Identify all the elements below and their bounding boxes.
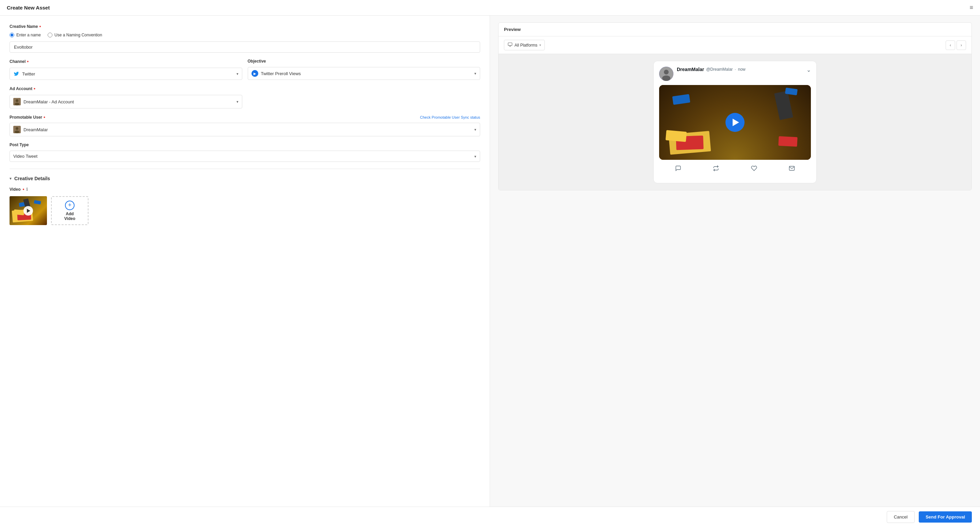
channel-chevron: ▾ xyxy=(237,72,239,76)
objective-label: Objective xyxy=(248,59,480,63)
tweet-time-separator: · xyxy=(735,67,736,72)
channel-col: Channel • Twitter ▾ xyxy=(10,59,242,80)
svg-point-2 xyxy=(14,103,19,105)
video-thumbnail[interactable] xyxy=(10,196,47,225)
nav-arrows: ‹ › xyxy=(946,40,966,50)
creative-name-input[interactable] xyxy=(10,41,480,53)
required-dot-ad: • xyxy=(34,86,35,92)
platform-icon xyxy=(508,42,512,48)
radio-naming-convention[interactable]: Use a Naming Convention xyxy=(48,33,102,37)
creative-name-section: Creative Name • Enter a name Use a Namin… xyxy=(10,24,480,53)
channel-objective-row: Channel • Twitter ▾ xyxy=(10,59,480,80)
required-dot-promo: • xyxy=(43,114,45,120)
video-section: Video • ℹ xyxy=(10,187,480,225)
tweet-actions xyxy=(659,164,811,171)
like-action[interactable] xyxy=(751,165,757,171)
tweet-user-info: DreamMalar @DreamMalar · now xyxy=(677,67,803,72)
svg-point-4 xyxy=(16,127,18,130)
send-approval-button[interactable]: Send For Approval xyxy=(919,511,972,522)
tweet-handle: @DreamMalar xyxy=(706,67,733,72)
svg-point-5 xyxy=(14,130,19,133)
main-content: Creative Name • Enter a name Use a Namin… xyxy=(0,16,980,506)
tweet-header: DreamMalar @DreamMalar · now ⌄ xyxy=(659,67,811,81)
promotable-user-section: Promotable User • Check Promotable User … xyxy=(10,114,480,137)
tweet-card: DreamMalar @DreamMalar · now ⌄ xyxy=(653,61,817,183)
svg-rect-6 xyxy=(508,43,512,46)
reply-action[interactable] xyxy=(675,165,681,171)
required-dot: • xyxy=(39,24,41,29)
objective-icon: ▶ xyxy=(251,70,258,77)
add-video-label: Add Video xyxy=(64,211,75,221)
right-panel: Preview All Platforms ▾ xyxy=(490,16,980,506)
objective-chevron: ▾ xyxy=(474,71,476,76)
video-label: Video • ℹ xyxy=(10,187,480,192)
tweet-time: now xyxy=(738,67,746,72)
play-triangle-large xyxy=(733,119,739,126)
radio-enter-name[interactable]: Enter a name xyxy=(10,33,41,37)
tweet-video xyxy=(659,85,811,160)
tweet-username: DreamMalar xyxy=(677,67,704,72)
radio-group: Enter a name Use a Naming Convention xyxy=(10,33,480,37)
post-type-section: Post Type Video Tweet ▾ xyxy=(10,143,480,162)
bottom-bar: Cancel Send For Approval xyxy=(0,506,980,527)
platform-chevron: ▾ xyxy=(539,43,541,47)
preview-card: Preview All Platforms ▾ xyxy=(498,22,972,190)
video-grid: + Add Video xyxy=(10,196,480,225)
preview-title: Preview xyxy=(498,23,972,37)
collapse-icon: ▾ xyxy=(10,176,11,181)
creative-name-label: Creative Name • xyxy=(10,24,480,29)
promotable-user-chevron: ▾ xyxy=(474,127,476,132)
svg-point-11 xyxy=(662,76,670,81)
promotable-user-select[interactable]: DreamMalar ▾ xyxy=(10,123,480,137)
objective-col: Objective ▶ Twitter Preroll Views ▾ xyxy=(248,59,480,80)
objective-select[interactable]: ▶ Twitter Preroll Views ▾ xyxy=(248,67,480,80)
twitter-icon xyxy=(13,71,19,77)
channel-select[interactable]: Twitter ▾ xyxy=(10,68,242,80)
platform-selector[interactable]: All Platforms ▾ xyxy=(504,40,545,50)
channel-label: Channel • xyxy=(10,59,242,64)
required-dot-video: • xyxy=(22,187,24,192)
creative-details-section-header[interactable]: ▾ Creative Details xyxy=(10,176,480,181)
prev-arrow[interactable]: ‹ xyxy=(946,40,955,50)
add-icon: + xyxy=(65,201,75,210)
ad-account-section: Ad Account • DreamMalar - Ad Account xyxy=(10,86,480,108)
check-sync-link[interactable]: Check Promotable User Sync status xyxy=(420,115,480,119)
platform-label: All Platforms xyxy=(514,43,537,48)
ad-account-chevron: ▾ xyxy=(237,100,239,104)
required-dot-channel: • xyxy=(27,59,29,64)
left-panel: Creative Name • Enter a name Use a Namin… xyxy=(0,16,490,506)
preview-toolbar: All Platforms ▾ ‹ › xyxy=(498,37,972,54)
next-arrow[interactable]: › xyxy=(956,40,966,50)
tweet-avatar xyxy=(659,67,673,81)
svg-point-10 xyxy=(664,70,669,75)
play-button-large[interactable] xyxy=(725,113,745,132)
ad-account-label: Ad Account • xyxy=(10,86,480,92)
ad-account-select[interactable]: DreamMalar - Ad Account ▾ xyxy=(10,95,242,108)
share-action[interactable] xyxy=(789,165,795,171)
creative-details-title: Creative Details xyxy=(14,176,50,181)
promotable-user-icon xyxy=(13,126,21,133)
svg-point-1 xyxy=(16,99,18,102)
promotable-header: Promotable User • Check Promotable User … xyxy=(10,114,480,120)
retweet-action[interactable] xyxy=(713,165,719,171)
post-type-label: Post Type xyxy=(10,143,480,147)
post-type-select[interactable]: Video Tweet ▾ xyxy=(10,151,480,162)
preview-content: DreamMalar @DreamMalar · now ⌄ xyxy=(498,54,972,190)
top-bar: Create New Asset ≡ xyxy=(0,0,980,16)
promotable-label: Promotable User • xyxy=(10,114,45,120)
play-overlay xyxy=(24,206,33,216)
ad-account-icon xyxy=(13,98,21,105)
add-video-button[interactable]: + Add Video xyxy=(51,196,89,225)
menu-icon[interactable]: ≡ xyxy=(969,4,973,11)
cancel-button[interactable]: Cancel xyxy=(887,511,915,523)
info-icon[interactable]: ℹ xyxy=(26,187,28,192)
post-type-chevron: ▾ xyxy=(474,154,476,159)
tweet-more-icon[interactable]: ⌄ xyxy=(807,67,811,73)
page-title: Create New Asset xyxy=(7,5,50,11)
play-triangle xyxy=(27,209,30,213)
